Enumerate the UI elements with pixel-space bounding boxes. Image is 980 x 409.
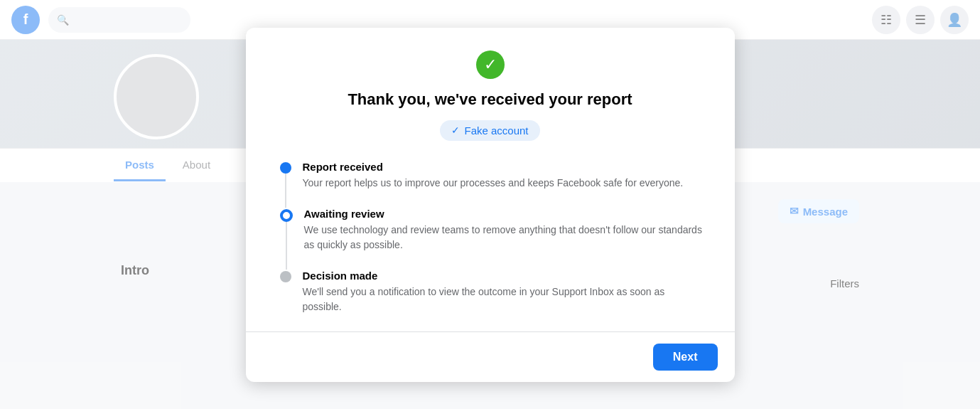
step-1-indicator [280,161,291,208]
tag-label: Fake account [464,124,528,137]
step-2-line [286,222,287,270]
step-3-indicator [280,270,291,314]
success-checkmark-icon: ✓ [476,51,505,79]
step-3-content: Decision made We'll send you a notificat… [303,270,706,314]
step-1-content: Report received Your report helps us to … [303,161,706,208]
step-2-indicator [280,208,293,270]
success-icon-wrapper: ✓ [274,51,706,79]
step-2-dot [280,209,293,222]
step-1-line [285,174,286,208]
step-3-dot [280,271,291,282]
step-2: Awaiting review We use technology and re… [280,208,706,270]
step-1-desc: Your report helps us to improve our proc… [303,176,706,191]
steps-list: Report received Your report helps us to … [274,161,706,314]
modal-title: Thank you, we've received your report [274,90,706,109]
step-2-content: Awaiting review We use technology and re… [304,208,706,270]
step-3: Decision made We'll send you a notificat… [280,270,706,314]
step-2-desc: We use technology and review teams to re… [304,223,706,253]
report-modal: ✓ Thank you, we've received your report … [246,28,735,382]
tag-badge-container: ✓ Fake account [274,120,706,141]
fake-account-tag: ✓ Fake account [440,120,539,141]
tag-check-icon: ✓ [451,124,460,136]
step-1-dot [280,162,291,174]
next-button[interactable]: Next [653,344,718,371]
step-3-desc: We'll send you a notification to view th… [303,285,706,314]
step-1-title: Report received [303,161,706,173]
modal-footer: Next [246,331,735,382]
step-2-title: Awaiting review [304,208,706,220]
step-1: Report received Your report helps us to … [280,161,706,208]
step-3-title: Decision made [303,270,706,282]
modal-body: ✓ Thank you, we've received your report … [246,28,735,331]
